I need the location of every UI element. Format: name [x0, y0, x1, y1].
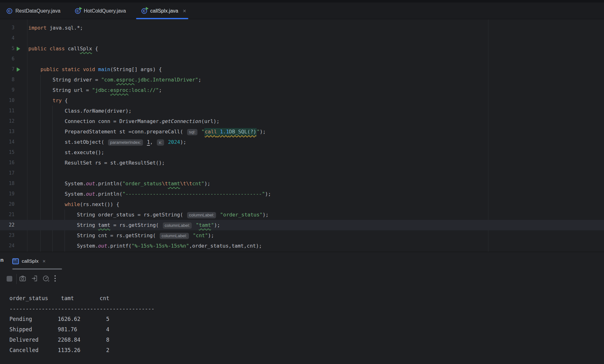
- parameter-hint: columnLabel:: [187, 212, 216, 218]
- code-text: String driver = "com.esproc.jdbc.Interna…: [28, 75, 201, 85]
- editor-tab[interactable]: CHotColdQuery.java: [75, 3, 126, 19]
- code-line[interactable]: 3import java.sql.*;: [0, 23, 604, 33]
- profiler-icon[interactable]: [42, 275, 50, 282]
- code-text: String url = "jdbc:esproc:local://";: [28, 85, 162, 95]
- code-text: PreparedStatement st =conn.prepareCall( …: [28, 126, 266, 137]
- code-line[interactable]: 14 st.setObject( parameterIndex: 1, x: 2…: [0, 137, 604, 147]
- line-number: 4: [0, 33, 14, 43]
- code-line[interactable]: 19 System.out.println("-----------------…: [0, 189, 604, 199]
- code-text: Class.forName(driver);: [28, 106, 132, 116]
- code-text: public static void main(String[] args) {: [28, 64, 162, 75]
- parameter-hint: columnLabel:: [163, 222, 192, 229]
- code-text: try {: [28, 95, 68, 106]
- close-icon[interactable]: ✕: [42, 259, 46, 264]
- editor-tab-label: callSplx.java: [150, 8, 178, 14]
- code-text: String cnt = rs.getString( columnLabel: …: [28, 230, 214, 241]
- console-output[interactable]: order_status tamt cnt-------------------…: [9, 293, 155, 356]
- line-number: 24: [0, 241, 14, 251]
- console-line: Shipped 981.76 4: [9, 324, 155, 335]
- line-number: 13: [0, 126, 14, 137]
- code-line[interactable]: 16 ResultSet rs = st.getResultSet();: [0, 158, 604, 168]
- code-line[interactable]: 23 String cnt = rs.getString( columnLabe…: [0, 230, 604, 241]
- line-number: 9: [0, 85, 14, 95]
- console-line: Cancelled 1135.26 2: [9, 345, 155, 356]
- code-text: st.execute();: [28, 147, 104, 158]
- code-text: Connection conn = DriverManager.getConne…: [28, 116, 219, 126]
- line-number: 6: [0, 54, 14, 64]
- code-line[interactable]: 5public class callSplx {: [0, 43, 604, 54]
- run-toolbar: [0, 272, 69, 286]
- java-class-runnable-icon: C: [141, 8, 147, 14]
- code-line[interactable]: 12 Connection conn = DriverManager.getCo…: [0, 116, 604, 126]
- code-line[interactable]: 22 String tamt = rs.getString( columnLab…: [0, 220, 604, 230]
- stop-icon[interactable]: [7, 276, 12, 282]
- code-line[interactable]: 24 System.out.printf("%-15s%-15s%-15s%n"…: [0, 241, 604, 251]
- code-line[interactable]: 15 st.execute();: [0, 147, 604, 158]
- code-line[interactable]: 11 Class.forName(driver);: [0, 106, 604, 116]
- code-text: System.out.println("order_status\ttamt\t…: [28, 178, 210, 189]
- code-line[interactable]: 9 String url = "jdbc:esproc:local://";: [0, 85, 604, 95]
- window-top-strip: [0, 0, 604, 3]
- code-line[interactable]: 13 PreparedStatement st =conn.prepareCal…: [0, 126, 604, 137]
- line-number: 23: [0, 230, 14, 241]
- editor-tab[interactable]: CRestDataQuery.java: [6, 3, 60, 19]
- console-line: order_status tamt cnt: [9, 293, 155, 304]
- parameter-hint: columnLabel:: [160, 233, 189, 239]
- console-line: Delivered 2268.84 8: [9, 335, 155, 345]
- toolbar-divider: [16, 274, 17, 284]
- line-number: 18: [0, 178, 14, 189]
- code-line[interactable]: 7 public static void main(String[] args)…: [0, 64, 604, 75]
- run-tab-callsplx[interactable]: callSplx ✕: [12, 254, 62, 268]
- line-number: 22: [0, 220, 14, 230]
- line-number: 10: [0, 95, 14, 106]
- code-text: import java.sql.*;: [28, 23, 83, 33]
- code-line[interactable]: 20 while(rs.next()) {: [0, 199, 604, 210]
- line-number: 15: [0, 147, 14, 158]
- code-line[interactable]: 4: [0, 33, 604, 43]
- line-number: 11: [0, 106, 14, 116]
- code-line[interactable]: 18 System.out.println("order_status\ttam…: [0, 178, 604, 189]
- line-number: 7: [0, 64, 14, 75]
- editor-tab-bar: CRestDataQuery.javaCHotColdQuery.javaCca…: [0, 0, 604, 19]
- line-number: 19: [0, 189, 14, 199]
- run-tool-window: n callSplx ✕ order_status tamt cnt------…: [0, 252, 604, 364]
- parameter-hint: parameterIndex:: [108, 139, 143, 146]
- editor-tab-label: HotColdQuery.java: [84, 8, 126, 14]
- attach-icon[interactable]: [31, 275, 38, 282]
- injected-sql-fragment: call 1.1DB_SQL(?): [204, 128, 257, 136]
- close-icon[interactable]: ✕: [183, 8, 186, 14]
- run-gutter-icon[interactable]: [17, 67, 20, 72]
- code-line[interactable]: 6: [0, 54, 604, 64]
- code-text: st.setObject( parameterIndex: 1, x: 2024…: [28, 137, 186, 148]
- line-number: 17: [0, 168, 14, 178]
- active-tab-underline: [136, 18, 188, 19]
- run-tab-underline: [12, 268, 62, 270]
- editor-tab-label: RestDataQuery.java: [15, 8, 60, 14]
- code-text: while(rs.next()) {: [28, 199, 119, 210]
- line-number: 20: [0, 199, 14, 210]
- code-line[interactable]: 17: [0, 168, 604, 178]
- code-text: public class callSplx {: [28, 43, 98, 54]
- code-line[interactable]: 21 String order_status = rs.getString( c…: [0, 210, 604, 220]
- line-number: 21: [0, 210, 14, 220]
- screenshot-icon[interactable]: [19, 275, 26, 282]
- console-icon: [12, 258, 19, 264]
- more-options-icon[interactable]: [54, 275, 56, 282]
- run-tab-label: callSplx: [22, 258, 38, 264]
- java-class-icon: C: [6, 8, 13, 14]
- editor-tab[interactable]: CcallSplx.java✕: [141, 3, 186, 19]
- code-line[interactable]: 10 try {: [0, 95, 604, 106]
- code-text: String tamt = rs.getString( columnLabel:…: [28, 220, 220, 231]
- code-text: System.out.println("--------------------…: [28, 189, 271, 199]
- line-number: 12: [0, 116, 14, 126]
- line-number: 3: [0, 23, 14, 33]
- parameter-hint: x:: [157, 139, 164, 146]
- code-text: System.out.printf("%-15s%-15s%-15s%n",or…: [28, 241, 262, 251]
- run-gutter-icon[interactable]: [17, 47, 20, 51]
- code-line[interactable]: 8 String driver = "com.esproc.jdbc.Inter…: [0, 75, 604, 85]
- code-editor[interactable]: 3import java.sql.*;45public class callSp…: [0, 20, 604, 252]
- console-line: ----------------------------------------…: [9, 304, 155, 314]
- line-number: 16: [0, 158, 14, 168]
- line-number: 8: [0, 75, 14, 85]
- code-text: ResultSet rs = st.getResultSet();: [28, 158, 165, 168]
